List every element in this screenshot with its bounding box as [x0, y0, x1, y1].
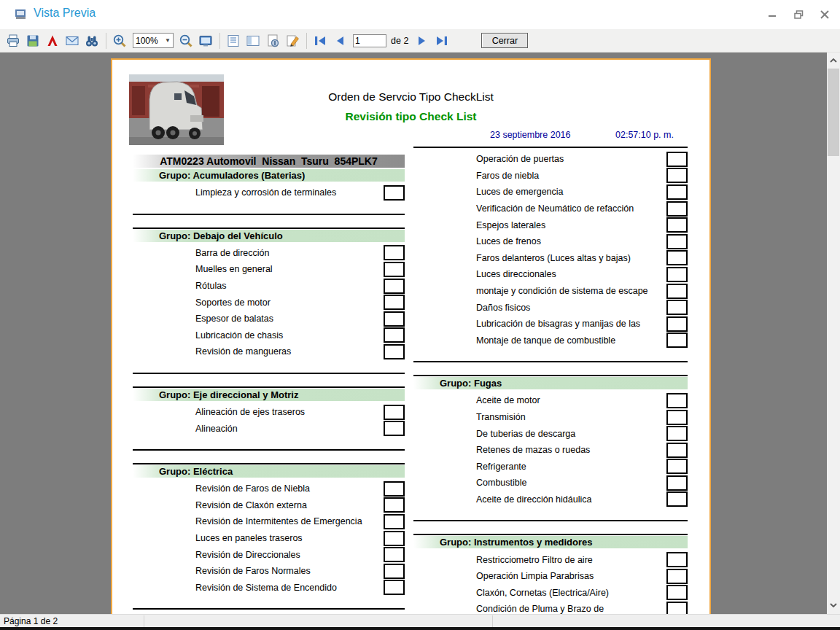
close-window-button[interactable]: [815, 7, 834, 22]
checkbox: [666, 168, 688, 183]
page-view-icon: [198, 34, 213, 48]
checklist-row: Luces de frenos: [413, 233, 688, 250]
vehicle-header: ATM0223 Automovil Nissan Tsuru 854PLK7: [133, 155, 405, 168]
scrollbar-thumb[interactable]: [828, 69, 839, 156]
cerrar-button[interactable]: Cerrar: [481, 33, 528, 48]
checkbox: [666, 284, 688, 299]
page-status-label: Página 1 de 2: [4, 616, 58, 626]
checkbox: [666, 184, 688, 200]
window-bottom-edge: [0, 627, 840, 630]
checkbox: [666, 332, 688, 348]
previous-page-button[interactable]: [330, 31, 349, 50]
zoom-in-icon: [112, 34, 127, 48]
checklist-row: Retenes de mazas o ruedas: [413, 442, 688, 459]
checklist-row: Operación de puertas: [413, 151, 688, 168]
zoom-select[interactable]: 100% ▼: [133, 33, 174, 48]
checklist-item-label: Alineación de ejes traseros: [195, 407, 305, 417]
checklist-item-label: Revisión de Claxón externa: [195, 500, 307, 510]
scroll-up-icon[interactable]: [827, 54, 840, 66]
checklist-item-label: Operación de puertas: [476, 154, 564, 164]
checklist-row: Combustible: [413, 475, 688, 491]
checklist-item-label: Lubricación de bisagras y manijas de las: [476, 319, 640, 329]
zoom-out-icon: [179, 34, 193, 48]
vista-previa-window: Vista Previa: [0, 0, 840, 630]
section-rule: [413, 520, 688, 521]
checkbox: [384, 279, 405, 294]
page-layout-button[interactable]: [244, 31, 262, 50]
email-button[interactable]: [63, 31, 81, 50]
export-pdf-button[interactable]: [43, 31, 61, 50]
checklist-item-label: Revisión de Intermitentes de Emergencia: [195, 516, 362, 526]
save-button[interactable]: [23, 31, 42, 50]
toolbar: 100% ▼: [0, 29, 840, 52]
checkbox: [384, 421, 405, 436]
checklist-item-label: Transmisión: [476, 412, 526, 422]
checkbox: [384, 185, 405, 201]
checklist-item-label: Revisión de Faros Normales: [195, 566, 311, 576]
checklist-item-label: Espejos laterales: [476, 220, 545, 230]
checklist-item-label: Aceite de dirección hidáulica: [476, 494, 591, 505]
first-page-button[interactable]: [311, 31, 329, 50]
full-page-view-button[interactable]: [196, 31, 214, 50]
checkbox: [666, 602, 688, 614]
page-setup-button[interactable]: [263, 31, 281, 50]
checklist-row: Lubricación de chasis: [133, 327, 405, 344]
search-button[interactable]: [82, 31, 101, 50]
checklist-item-label: Soportes de motor: [195, 298, 271, 308]
checklist-item-label: Muelles en general: [195, 264, 273, 274]
last-page-button[interactable]: [432, 31, 451, 50]
checkbox: [666, 393, 688, 408]
checklist-item-label: Rótulas: [195, 281, 226, 291]
checklist-item-label: Luces de frenos: [476, 236, 541, 246]
checklist-row: Revisión de mangueras: [133, 343, 405, 360]
minimize-button[interactable]: [763, 7, 782, 22]
checkbox: [384, 531, 405, 546]
document-date: 23 septiembre 2016: [490, 130, 571, 140]
checklist-item-label: Retenes de mazas o ruedas: [476, 445, 590, 455]
checklist-item-label: Restricciometro Filtro de aire: [476, 555, 593, 565]
zoom-out-button[interactable]: [176, 31, 195, 50]
zoom-value: 100%: [136, 36, 158, 46]
group-header: Grupo: Debajo del Vehículo: [133, 230, 405, 242]
document-subtitle: Revisión tipo Check List: [112, 110, 709, 123]
edit-icon: [285, 34, 300, 48]
checkbox: [384, 564, 405, 579]
checkbox: [666, 443, 688, 458]
checkbox: [666, 491, 688, 507]
vertical-scrollbar[interactable]: [827, 52, 840, 614]
previous-page-icon: [335, 36, 344, 46]
section-rule: [133, 463, 405, 464]
zoom-in-button[interactable]: [110, 31, 128, 50]
report-options-icon: [226, 34, 241, 48]
section-rule: [133, 228, 405, 229]
checkbox: [384, 580, 405, 595]
toolbar-separator: [106, 33, 106, 49]
checklist-item-label: Revisión de Faros de Niebla: [195, 483, 310, 494]
checklist-row: Montaje de tanque de combustible: [413, 332, 688, 349]
checkbox: [384, 481, 405, 497]
page-number-input[interactable]: [353, 34, 386, 47]
checkbox: [384, 327, 405, 343]
checklist-row: Limpieza y corrosión de terminales: [133, 184, 405, 201]
print-button[interactable]: [4, 31, 22, 50]
next-page-button[interactable]: [413, 31, 431, 50]
checkbox: [384, 497, 405, 513]
checklist-item-label: Claxón, Cornetas (Electrica/Aire): [476, 588, 609, 598]
checklist-row: Revisión de Intermitentes de Emergencia: [133, 513, 405, 530]
report-options-button[interactable]: [224, 31, 242, 50]
checklist-item-label: Lubricación de chasis: [195, 330, 283, 341]
print-icon: [6, 34, 20, 48]
edit-button[interactable]: [283, 31, 301, 50]
checklist-item-label: Revisión de Direccionales: [195, 550, 300, 560]
status-separator: [492, 615, 493, 627]
scroll-down-icon[interactable]: [827, 599, 840, 611]
checkbox: [666, 475, 688, 491]
checklist-row: Aceite de dirección hidáulica: [413, 491, 688, 508]
document-title: Orden de Servcio Tipo CheckList: [112, 90, 709, 104]
restore-button[interactable]: [789, 7, 808, 22]
window-title: Vista Previa: [34, 7, 96, 20]
checkbox: [384, 295, 405, 310]
document-page: Orden de Servcio Tipo CheckList Revisión…: [111, 58, 711, 614]
checklist-item-label: montaje y condición de sistema de escape: [476, 286, 648, 296]
checklist-item-label: Montaje de tanque de combustible: [476, 335, 615, 346]
